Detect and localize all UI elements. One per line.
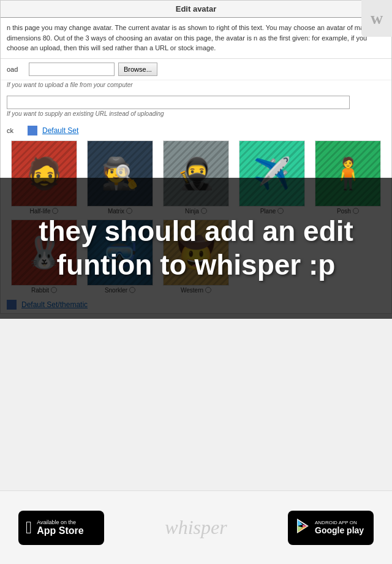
url-hint: If you want to supply an existing URL in… xyxy=(1,109,391,121)
upload-hint: If you want to upload a file from your c… xyxy=(1,80,391,92)
footer:  Available on the App Store whisper AND… xyxy=(0,490,392,564)
overlay-text: they should add an edit funtion to whisp… xyxy=(0,208,392,288)
apple-icon:  xyxy=(26,518,32,538)
default-set-section: ck Default Set xyxy=(1,121,391,138)
corner-w-decoration: w xyxy=(361,0,392,37)
gplay-available-label: ANDROID APP ON xyxy=(315,520,364,525)
browse-button[interactable]: Browse... xyxy=(118,63,157,76)
upload-input[interactable] xyxy=(29,63,115,76)
page-description: n this page you may change avatar. The c… xyxy=(1,18,391,59)
googleplay-icon xyxy=(294,517,311,538)
appstore-text: Available on the App Store xyxy=(37,519,83,536)
page-title: Edit avatar xyxy=(1,1,391,18)
overlay: they should add an edit funtion to whisp… xyxy=(0,178,392,319)
gplay-text: ANDROID APP ON Google play xyxy=(315,520,364,535)
appstore-badge[interactable]:  Available on the App Store xyxy=(18,511,104,545)
appstore-available-label: Available on the xyxy=(37,519,83,525)
gplay-name-label: Google play xyxy=(315,525,364,535)
googleplay-badge[interactable]: ANDROID APP ON Google play xyxy=(288,511,374,545)
whisper-logo: whisper xyxy=(165,516,227,539)
stock-label: ck xyxy=(7,127,25,134)
folder-icon xyxy=(28,126,37,135)
upload-label: oad xyxy=(7,66,25,73)
appstore-name-label: App Store xyxy=(37,525,83,536)
default-set-link[interactable]: Default Set xyxy=(42,126,78,135)
upload-row: oad Browse... xyxy=(1,59,391,80)
url-input[interactable] xyxy=(7,96,350,109)
